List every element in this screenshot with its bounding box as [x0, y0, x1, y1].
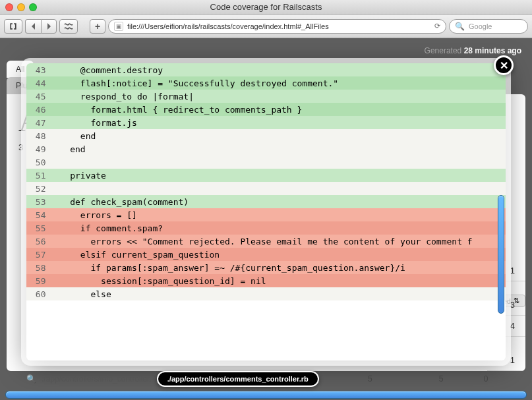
- line-source: def check_spam(comment): [53, 195, 506, 208]
- code-line: 53 def check_spam(comment): [26, 195, 506, 208]
- code-line: 56 errors << "Comment rejected. Please e…: [26, 235, 506, 248]
- window-titlebar: Code coverage for Railscasts: [0, 0, 532, 14]
- line-source: errors << "Comment rejected. Please emai…: [53, 235, 506, 248]
- vertical-scrollbar[interactable]: [498, 195, 504, 314]
- line-number: 50: [26, 156, 53, 169]
- line-source: else: [53, 287, 506, 300]
- code-line: 54 errors = []: [26, 208, 506, 221]
- code-line: 47 format.js: [26, 116, 506, 129]
- search-icon: 🔍: [455, 22, 465, 31]
- code-line: 44 flash[:notice] = "Successfully destro…: [26, 76, 506, 90]
- line-source: [53, 156, 506, 169]
- generated-timestamp: Generated 28 minutes ago: [0, 43, 532, 61]
- code-line: 43 @comment.destroy: [26, 63, 506, 76]
- filter-bar: 🔍 ./app/controllers/info_controller. ./a…: [26, 370, 506, 388]
- code-line: 51 private: [26, 169, 506, 182]
- url-text: file:///Users/eifion/rails/railscasts/co…: [127, 22, 329, 30]
- url-bar[interactable]: ▣ file:///Users/eifion/rails/railscasts/…: [108, 19, 446, 34]
- code-line: 48 end: [26, 129, 506, 142]
- file-favicon-icon: ▣: [114, 22, 123, 31]
- filter-path-text: ./app/controllers/info_controller.: [42, 374, 152, 384]
- line-source: respond_to do |format|: [53, 90, 506, 103]
- line-number: 44: [26, 76, 53, 90]
- code-line: 50: [26, 156, 506, 169]
- squiggle-icon: [64, 22, 73, 30]
- back-button[interactable]: [25, 19, 41, 34]
- coverage-col-1: 5: [350, 374, 390, 384]
- line-source: if params[:spam_answer] =~ /#{current_sp…: [53, 261, 506, 274]
- reload-icon[interactable]: ⟳: [434, 22, 440, 30]
- search-icon[interactable]: 🔍: [26, 374, 36, 384]
- window-title: Code coverage for Railscasts: [0, 2, 532, 12]
- code-line: 60 else: [26, 287, 506, 300]
- line-number: 54: [26, 208, 53, 221]
- evernote-button[interactable]: [4, 19, 22, 34]
- line-source: @comment.destroy: [53, 63, 506, 76]
- browser-toolbar: + ▣ file:///Users/eifion/rails/railscast…: [0, 14, 532, 38]
- horizontal-scrollbar[interactable]: [5, 391, 527, 399]
- line-source: [53, 182, 506, 195]
- nav-buttons: [25, 19, 57, 34]
- line-source: end: [53, 142, 506, 156]
- line-number: 59: [26, 274, 53, 287]
- code-scroll-area[interactable]: 43 @comment.destroy44 flash[:notice] = "…: [26, 63, 506, 360]
- line-source: format.js: [53, 116, 506, 129]
- code-line: 46 format.html { redirect_to comments_pa…: [26, 103, 506, 116]
- code-line: 59 session[:spam_question_id] = nil: [26, 274, 506, 287]
- line-number: 55: [26, 221, 53, 235]
- coverage-col-3: 0: [466, 374, 506, 384]
- forward-button[interactable]: [41, 19, 57, 34]
- line-number: 43: [26, 63, 53, 76]
- line-source: elsif current_spam_question: [53, 248, 506, 261]
- search-bar[interactable]: 🔍 Google: [449, 19, 528, 34]
- line-source: private: [53, 169, 506, 182]
- minimize-window-button[interactable]: [17, 3, 25, 11]
- line-number: 56: [26, 235, 53, 248]
- line-number: 52: [26, 182, 53, 195]
- plus-icon: +: [95, 21, 100, 32]
- traffic-lights: [5, 3, 37, 11]
- code-line: 55 if comment.spam?: [26, 221, 506, 235]
- line-number: 47: [26, 116, 53, 129]
- close-modal-button[interactable]: ✕: [494, 55, 514, 75]
- elephant-icon: [9, 22, 18, 31]
- add-bookmark-button[interactable]: +: [90, 19, 105, 34]
- close-window-button[interactable]: [5, 3, 13, 11]
- current-file-breadcrumb[interactable]: ./app/controllers/comments_controller.rb: [157, 371, 319, 387]
- line-number: 53: [26, 195, 53, 208]
- code-coverage-modal: ✕ 43 @comment.destroy44 flash[:notice] =…: [26, 63, 506, 360]
- coverage-col-2: 5: [421, 374, 461, 384]
- code-line: 58 if params[:spam_answer] =~ /#{current…: [26, 261, 506, 274]
- code-table: 43 @comment.destroy44 flash[:notice] = "…: [26, 63, 506, 300]
- line-number: 45: [26, 90, 53, 103]
- line-number: 46: [26, 103, 53, 116]
- chevron-left-icon: [30, 23, 37, 30]
- code-line: 52: [26, 182, 506, 195]
- chevron-right-icon: [45, 23, 52, 30]
- line-source: format.html { redirect_to comments_path …: [53, 103, 506, 116]
- line-number: 60: [26, 287, 53, 300]
- line-number: 57: [26, 248, 53, 261]
- line-source: errors = []: [53, 208, 506, 221]
- line-source: flash[:notice] = "Successfully destroyed…: [53, 76, 506, 90]
- code-line: 45 respond_to do |format|: [26, 90, 506, 103]
- close-icon: ✕: [500, 59, 508, 72]
- line-number: 51: [26, 169, 53, 182]
- line-source: end: [53, 129, 506, 142]
- line-number: 58: [26, 261, 53, 274]
- line-number: 49: [26, 142, 53, 156]
- line-source: session[:spam_question_id] = nil: [53, 274, 506, 287]
- line-source: if comment.spam?: [53, 221, 506, 235]
- search-placeholder: Google: [469, 22, 492, 30]
- readability-button[interactable]: [59, 19, 78, 34]
- zoom-window-button[interactable]: [29, 3, 37, 11]
- code-line: 57 elsif current_spam_question: [26, 248, 506, 261]
- code-line: 49 end: [26, 142, 506, 156]
- line-number: 48: [26, 129, 53, 142]
